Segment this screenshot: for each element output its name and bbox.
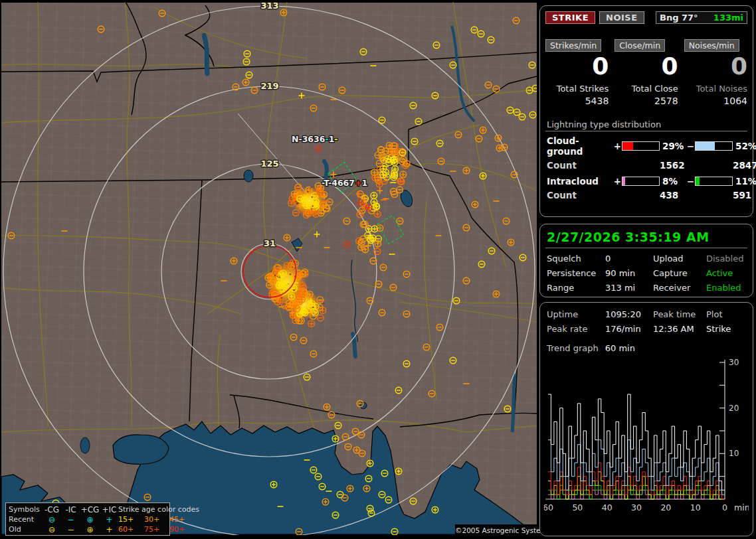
storm-cell-label: N-3636-1- [292,134,338,144]
cg-negative-count: 2847 [733,160,756,171]
trend-graph-header: Trend graph 60 min [547,343,747,353]
strike-dot [295,200,296,202]
ic-negative-bar [695,177,733,186]
uptime-label: Uptime [547,309,605,319]
x-tick-label: 10 [690,502,701,512]
plot-label: Plot [706,309,750,319]
strike-dot [323,303,324,304]
map[interactable]: N-3636-1--T-4667+1 31321912531 Symbols -… [1,2,537,535]
squelch-value: 0 [605,254,653,264]
x-tick-label: 50 [572,502,583,512]
cloud-ground-row: Cloud-ground + 29% − 52% [547,135,750,157]
cg-positive-icon: ⊕ [80,526,100,534]
lightning-map[interactable]: N-3636-1--T-4667+1 31321912531 [1,2,537,535]
legend-header: Symbols [9,506,42,514]
ic-positive-percent: 8% [660,176,686,187]
squelch-label: Squelch [547,254,605,264]
close-per-min-value: 0 [614,53,678,80]
distribution-title: Lightning type distribution [547,119,747,129]
strike-mode-button[interactable]: STRIKE [545,11,595,24]
legend-header: +CG [80,506,100,514]
peak-rate-label: Peak rate [547,324,605,334]
intracloud-label: Intracloud [547,176,613,187]
cg-negative-bar [695,141,733,151]
plot-value: Strike [706,324,750,334]
strike-dot [296,202,298,203]
ic-negative-percent: 11% [733,176,756,187]
count-label: Count [547,190,613,200]
age-code: 90+ [169,526,193,534]
cg-negative-bar-fill [696,142,715,150]
minus-sign: − [686,141,695,151]
persistence-value: 90 min [605,268,653,278]
total-close-label: Total Close [614,84,678,94]
ic-negative-icon: − [62,526,80,534]
counters-panel: STRIKE NOISE Bng 77° 133mi Strikes/min 0… [539,5,753,217]
ic-positive-icon: + [100,526,118,534]
cg-negative-percent: 52% [733,141,756,151]
noise-mode-button[interactable]: NOISE [599,11,644,24]
trend-graph-window: 60 min [605,343,635,353]
strike-dot [290,273,291,275]
minus-sign: − [686,176,695,187]
total-noises-value: 1064 [684,96,747,106]
ic-positive-icon: + [100,516,118,524]
rate-counters: Strikes/min 0 Total Strikes 5438 Close/m… [545,38,747,106]
stats-grid: Uptime 1095:20 Peak time Plot Peak rate … [547,309,747,334]
x-tick-label: 0 [722,502,727,512]
noises-counter: Noises/min 0 Total Noises 1064 [684,38,747,106]
ic-positive-count: 438 [660,190,686,200]
age-code: 75+ [144,526,169,534]
trend-graph: 1020306050403020100min [544,356,749,523]
cg-positive-icon: ⊕ [80,516,100,524]
strike-dot [312,196,313,198]
close-counter: Close/min 0 Total Close 2578 [614,38,678,106]
strike-dot [324,208,326,210]
total-strikes-value: 5438 [545,96,609,106]
x-tick-label: 40 [602,502,613,512]
strikes-counter: Strikes/min 0 Total Strikes 5438 [545,38,609,106]
total-noises-label: Total Noises [684,84,747,94]
age-code: 15+ [118,516,144,524]
legend-header: +IC [100,506,118,514]
ic-positive-bar [622,177,660,186]
close-per-min-label: Close/min [614,39,665,52]
plus-sign: + [613,141,622,151]
capture-status: Active [706,268,750,278]
strike-dot [308,319,309,320]
strikes-per-min-value: 0 [545,53,609,80]
cg-positive-count: 1562 [660,160,686,171]
peak-rate-value: 176/min [605,324,653,334]
legend-header: -IC [62,506,80,514]
peak-time-label: Peak time [653,309,706,319]
divider [545,248,747,248]
cg-positive-bar [622,141,660,151]
strike-dot [279,276,280,277]
status-panel: 2/27/2026 3:35:19 AM Squelch 0 Upload Di… [539,224,753,297]
cloud-ground-label: Cloud-ground [547,135,613,157]
range-label: Range [547,283,605,293]
datetime-display: 2/27/2026 3:35:19 AM [547,230,746,244]
storm-cell-label: -T-4667+1 [322,178,367,188]
cloud-ground-counts: Count 1562 2847 [547,160,750,171]
intracloud-counts: Count 438 591 [547,190,750,200]
strike-dot [293,289,294,291]
cg-positive-percent: 29% [660,141,686,151]
cg-negative-icon: ⊖ [42,516,62,524]
legend-header: -CG [42,506,62,514]
x-tick-label: 20 [660,502,671,512]
legend-row-label: Old [9,526,42,534]
ic-negative-count: 591 [733,190,756,200]
ic-negative-bar-fill [696,177,700,185]
strike-dot [307,191,308,193]
trend-graph-label: Trend graph [547,343,599,353]
bearing-readout: Bng 77° 133mi [656,11,747,24]
range-ring-label: 31 [264,238,276,248]
receiver-label: Receiver [653,283,706,293]
y-tick-label: 30 [729,358,739,367]
ic-negative-icon: − [62,516,80,524]
strike-legend: Symbols -CG -IC +CG +IC Strike age color… [5,502,170,536]
x-tick-label: 30 [631,502,642,512]
range-ring-label: 125 [260,159,278,169]
x-tick-label: 60 [544,502,553,512]
